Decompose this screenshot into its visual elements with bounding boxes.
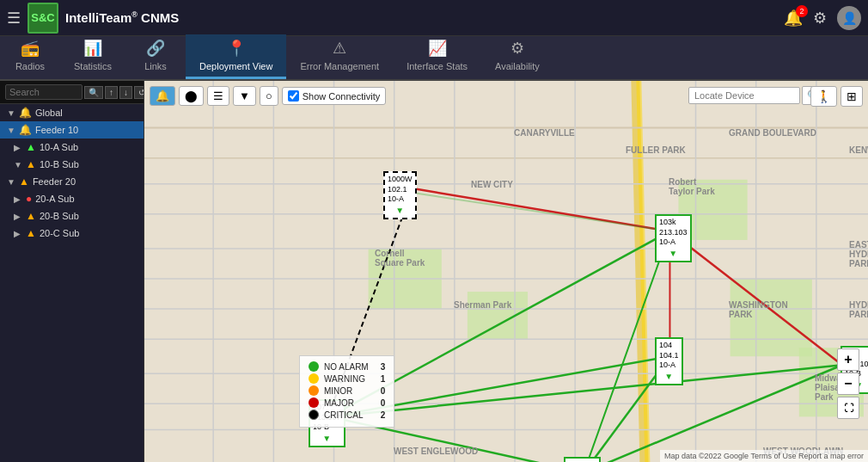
tree-node-global[interactable]: ▼ 🔔 Global	[0, 104, 144, 121]
map-attribution: Map data ©2022 Google Terms of Use Repor…	[660, 450, 868, 462]
tab-error[interactable]: ⚠ Error Management	[286, 34, 393, 79]
tab-statistics[interactable]: 📊 Statistics	[60, 34, 125, 79]
map-layers-icon[interactable]: ⊞	[840, 86, 863, 107]
tree-node-20-b-sub[interactable]: ▶ ▲ 20-B Sub	[0, 207, 144, 225]
nav-up-button[interactable]: ↑	[105, 86, 118, 99]
refresh-button[interactable]: ↺	[134, 86, 144, 99]
tree-node-10-b-sub[interactable]: ▼ ▲ 10-B Sub	[0, 156, 144, 173]
links-icon: 🔗	[146, 39, 165, 58]
node-icon: ▲	[19, 176, 29, 188]
node-icon: ▲	[26, 210, 36, 222]
statistics-icon: 📊	[83, 39, 102, 58]
user-avatar[interactable]: 👤	[837, 6, 861, 30]
legend-count: 0	[374, 398, 386, 408]
legend-dot	[309, 373, 319, 384]
zoom-out-button[interactable]: −	[837, 373, 859, 395]
search-input[interactable]	[5, 84, 83, 100]
notification-badge: 2	[796, 5, 808, 17]
legend-row-minor: MINOR 0	[309, 385, 385, 396]
legend-row-major: MAJOR 0	[309, 397, 385, 408]
tab-deployment-label: Deployment View	[199, 61, 272, 71]
node-icon: 🔔	[19, 107, 32, 119]
map-bell-btn[interactable]: 🔔	[150, 86, 175, 106]
node-label: 10-A Sub	[40, 142, 78, 152]
node-label: 20-B Sub	[40, 211, 79, 221]
svg-rect-4	[730, 279, 812, 356]
node-label: Feeder 10	[35, 125, 78, 135]
node-icon: 🔔	[19, 124, 32, 136]
tree-arrow: ▼	[7, 126, 15, 135]
zoom-in-button[interactable]: +	[837, 348, 859, 371]
legend-count: 1	[374, 374, 386, 384]
locate-input[interactable]	[688, 87, 800, 104]
tab-statistics-label: Statistics	[74, 61, 112, 71]
main-content: 🔍 ↑ ↓ ↺ ▼ 🔔 Global▼ 🔔 Feeder 10▶ ▲ 10-A …	[0, 81, 868, 462]
availability-icon: ⚙	[510, 39, 524, 58]
tree-arrow: ▶	[14, 212, 22, 221]
tab-error-label: Error Management	[300, 61, 379, 71]
node-icon: ▲	[26, 141, 36, 153]
map-circle-btn[interactable]: ⬤	[179, 86, 204, 106]
tab-links[interactable]: 🔗 Links	[125, 34, 186, 79]
node-label: Global	[35, 108, 63, 118]
tab-interface-label: Interface Stats	[406, 61, 468, 71]
svg-rect-2	[468, 292, 528, 339]
map-toolbar: 🔔 ⬤ ☰ ▼ ○ Show Connectivity	[150, 86, 386, 106]
connectivity-label: Show Connectivity	[303, 91, 381, 102]
notifications-icon[interactable]: 🔔 2	[784, 9, 803, 28]
tab-deployment[interactable]: 📍 Deployment View	[186, 34, 286, 79]
tree-node-20-c-sub[interactable]: ▶ ▲ 20-C Sub	[0, 225, 144, 242]
sidebar: 🔍 ↑ ↓ ↺ ▼ 🔔 Global▼ 🔔 Feeder 10▶ ▲ 10-A …	[0, 81, 144, 462]
node-label: 20-C Sub	[40, 228, 79, 238]
tree-arrow: ▼	[14, 160, 22, 169]
tab-availability-label: Availability	[495, 61, 540, 71]
hamburger-menu[interactable]: ☰	[7, 9, 21, 28]
tab-availability[interactable]: ⚙ Availability	[481, 34, 553, 79]
map-list-btn[interactable]: ☰	[207, 86, 229, 106]
node-label: Feeder 20	[33, 176, 76, 187]
tree-arrow: ▼	[7, 108, 15, 118]
map-node-n1[interactable]: 1000W102.110-A ▼	[383, 171, 417, 219]
fullscreen-button[interactable]: ⛶	[837, 397, 859, 419]
legend-row-no-alarm: NO ALARM 3	[309, 361, 385, 372]
show-connectivity-toggle[interactable]: Show Connectivity	[282, 87, 387, 105]
tab-links-label: Links	[144, 61, 167, 71]
radios-icon: 📻	[21, 39, 40, 58]
map-search-btn[interactable]: ○	[260, 86, 278, 106]
tree-node-feeder-10[interactable]: ▼ 🔔 Feeder 10	[0, 121, 144, 139]
tab-radios-label: Radios	[15, 61, 45, 71]
legend-label: MAJOR	[324, 398, 354, 408]
tree-arrow: ▼	[7, 177, 15, 187]
map-node-n3[interactable]: 104104.110-A ▼	[655, 337, 683, 385]
tree-arrow: ▶	[14, 194, 22, 204]
legend-rows: NO ALARM 3 WARNING 1 MINOR 0 MAJOR 0 CRI…	[309, 361, 385, 420]
map-person-icon[interactable]: 🚶	[810, 86, 837, 107]
svg-rect-0	[144, 81, 868, 462]
map-area[interactable]: 🔔 ⬤ ☰ ▼ ○ Show Connectivity 🔍 🚶 ⊞	[144, 81, 868, 462]
tab-interface[interactable]: 📈 Interface Stats	[393, 34, 481, 79]
app-logo: S&C	[28, 3, 58, 34]
sidebar-search: 🔍 ↑ ↓ ↺	[0, 81, 144, 104]
tree-arrow: ▶	[14, 229, 22, 238]
search-button[interactable]: 🔍	[84, 86, 103, 99]
app-title: IntelliTeam® CNMS	[65, 10, 777, 25]
legend-dot	[309, 361, 319, 372]
topbar-actions: 🔔 2 ⚙ 👤	[784, 6, 861, 30]
legend-row-warning: WARNING 1	[309, 373, 385, 384]
legend-row-critical: CRITICAL 2	[309, 410, 385, 420]
tree-node-feeder-20[interactable]: ▼ ▲ Feeder 20	[0, 173, 144, 190]
map-filter-btn[interactable]: ▼	[233, 86, 256, 106]
settings-icon[interactable]: ⚙	[813, 9, 827, 28]
tree-node-20-a-sub[interactable]: ▶ ● 20-A Sub	[0, 190, 144, 207]
tab-radios[interactable]: 📻 Radios	[0, 34, 60, 79]
nav-tabs: 📻 Radios 📊 Statistics 🔗 Links 📍 Deployme…	[0, 36, 868, 81]
map-node-n5[interactable]: 105213.10510-B ▼	[564, 457, 601, 462]
connectivity-checkbox[interactable]	[288, 90, 299, 102]
tree-arrow: ▶	[14, 143, 22, 152]
tree-container: ▼ 🔔 Global▼ 🔔 Feeder 10▶ ▲ 10-A Sub▼ ▲ 1…	[0, 104, 144, 242]
nav-down-button[interactable]: ↓	[119, 86, 132, 99]
legend-dot	[309, 385, 319, 396]
tree-node-10-a-sub[interactable]: ▶ ▲ 10-A Sub	[0, 139, 144, 156]
legend-count: 3	[374, 362, 386, 372]
map-node-n2[interactable]: 103k213.10310-A ▼	[655, 214, 692, 262]
